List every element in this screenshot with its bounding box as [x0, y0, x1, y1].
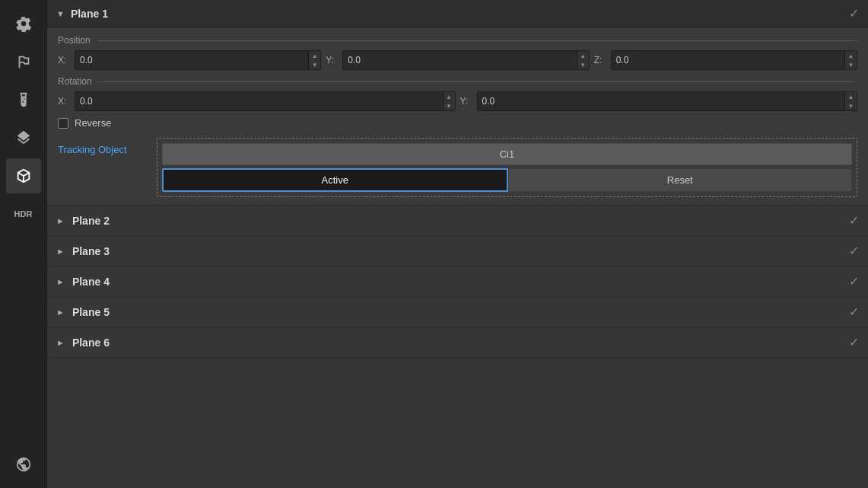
rot-y-up[interactable]: ▲ — [845, 92, 857, 101]
rotation-label: Rotation — [58, 76, 857, 87]
plane4-row[interactable]: ► Plane 4 ✓ — [47, 266, 868, 297]
pos-y-input[interactable] — [343, 55, 576, 65]
plane1-check: ✓ — [849, 6, 859, 21]
rot-y-input[interactable] — [478, 96, 845, 107]
tracking-row: Tracking Object Ci1 Active Reset — [58, 138, 857, 197]
pos-x-input-wrap: ▲ ▼ — [75, 50, 321, 70]
sidebar-item-effects[interactable] — [6, 82, 41, 117]
plane6-chevron: ► — [56, 338, 65, 347]
plane5-row[interactable]: ► Plane 5 ✓ — [47, 297, 868, 327]
reset-button[interactable]: Reset — [508, 168, 853, 192]
plane1-header[interactable]: ▼ Plane 1 ✓ — [47, 0, 868, 27]
sidebar-item-settings[interactable] — [6, 6, 41, 41]
sidebar-item-layers[interactable] — [6, 120, 41, 155]
pos-x-input[interactable] — [75, 55, 308, 65]
tracking-dashed-box: Ci1 Active Reset — [157, 138, 857, 197]
plane2-name: Plane 2 — [72, 215, 849, 227]
reverse-row: Reverse — [58, 117, 857, 129]
rot-y-down[interactable]: ▼ — [845, 101, 857, 110]
pos-y-spinner: ▲ ▼ — [577, 51, 589, 69]
sidebar-item-hdr[interactable]: HDR — [6, 196, 41, 231]
pos-z-input-wrap: ▲ ▼ — [611, 50, 857, 70]
sidebar-item-globe[interactable] — [6, 447, 41, 482]
ci1-display: Ci1 — [162, 143, 852, 165]
pos-y-up[interactable]: ▲ — [577, 51, 589, 60]
pos-x-down[interactable]: ▼ — [309, 60, 320, 69]
plane1-chevron: ▼ — [56, 9, 65, 18]
plane4-check: ✓ — [849, 274, 859, 289]
rot-x-up[interactable]: ▲ — [444, 92, 455, 101]
plane5-name: Plane 5 — [72, 306, 849, 318]
plane3-chevron: ► — [56, 247, 65, 256]
rot-x-spinner: ▲ ▼ — [443, 92, 455, 110]
sidebar: HDR — [0, 0, 47, 488]
active-button[interactable]: Active — [162, 168, 508, 192]
position-label: Position — [58, 35, 857, 46]
plane1-title: Plane 1 — [71, 8, 849, 20]
sidebar-item-filter[interactable] — [6, 44, 41, 79]
plane6-name: Plane 6 — [72, 336, 849, 349]
pos-z-spinner: ▲ ▼ — [844, 51, 857, 69]
reverse-label: Reverse — [75, 117, 111, 129]
plane5-check: ✓ — [849, 305, 859, 319]
rot-x-down[interactable]: ▼ — [444, 101, 455, 110]
sidebar-item-3d[interactable] — [6, 158, 41, 193]
pos-z-down[interactable]: ▼ — [845, 60, 857, 69]
pos-x-up[interactable]: ▲ — [309, 51, 320, 60]
plane4-chevron: ► — [56, 277, 65, 286]
plane1-properties: Position X: ▲ ▼ Y: ▲ ▼ Z: — [47, 27, 868, 206]
plane3-check: ✓ — [849, 244, 859, 258]
tracking-label: Tracking Object — [58, 138, 149, 155]
rot-y-input-wrap: ▲ ▼ — [477, 91, 858, 111]
reverse-checkbox[interactable] — [58, 118, 68, 129]
rotation-row: X: ▲ ▼ Y: ▲ ▼ — [58, 91, 857, 111]
tracking-actions: Active Reset — [162, 168, 852, 192]
rot-y-label: Y: — [460, 96, 472, 107]
plane5-chevron: ► — [56, 308, 65, 317]
plane4-name: Plane 4 — [72, 276, 849, 288]
pos-z-up[interactable]: ▲ — [845, 51, 857, 60]
pos-y-label: Y: — [326, 55, 338, 65]
rot-x-label: X: — [58, 96, 70, 107]
position-row: X: ▲ ▼ Y: ▲ ▼ Z: ▲ ▼ — [58, 50, 857, 70]
plane3-row[interactable]: ► Plane 3 ✓ — [47, 236, 868, 266]
plane6-check: ✓ — [849, 335, 859, 349]
pos-x-spinner: ▲ ▼ — [308, 51, 320, 69]
pos-z-input[interactable] — [612, 55, 844, 65]
pos-z-label: Z: — [594, 55, 606, 65]
pos-x-label: X: — [58, 55, 70, 65]
rot-y-spinner: ▲ ▼ — [844, 92, 857, 110]
plane2-row[interactable]: ► Plane 2 ✓ — [47, 206, 868, 236]
hdr-label: HDR — [14, 209, 33, 218]
plane3-name: Plane 3 — [72, 245, 849, 257]
rot-x-input[interactable] — [75, 96, 443, 107]
plane2-chevron: ► — [56, 216, 65, 225]
plane2-check: ✓ — [849, 213, 859, 228]
plane6-row[interactable]: ► Plane 6 ✓ — [47, 327, 868, 358]
pos-y-down[interactable]: ▼ — [577, 60, 589, 69]
main-panel: ▼ Plane 1 ✓ Position X: ▲ ▼ Y: ▲ ▼ — [47, 0, 868, 488]
rot-x-input-wrap: ▲ ▼ — [75, 91, 456, 111]
pos-y-input-wrap: ▲ ▼ — [342, 50, 589, 70]
